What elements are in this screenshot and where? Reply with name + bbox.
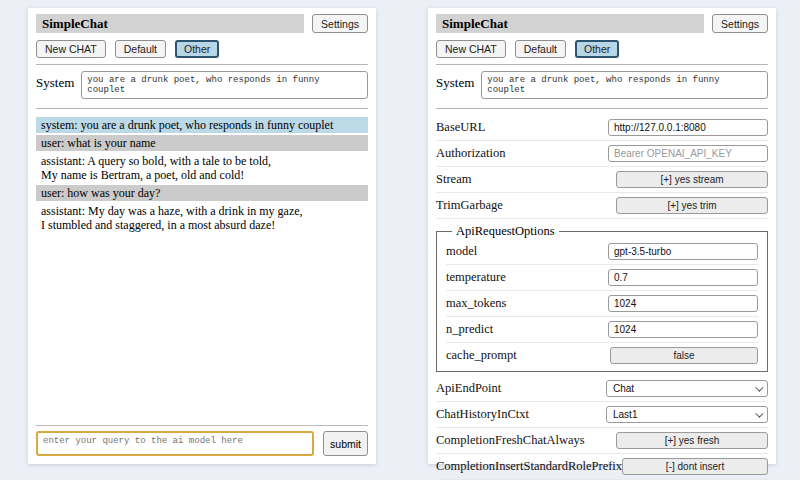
settings-row-completioninsertstandardroleprefix: CompletionInsertStandardRolePrefix[-] do… — [436, 454, 768, 480]
chevron-down-icon — [755, 383, 763, 391]
n-predict-label: n_predict — [446, 322, 493, 337]
session-button-default[interactable]: Default — [515, 40, 566, 58]
session-button-new-chat[interactable]: New CHAT — [36, 40, 106, 58]
query-input[interactable] — [36, 431, 314, 456]
chat-message-user: user: how was your day? — [36, 185, 368, 201]
trimgarbage-label: TrimGarbage — [436, 198, 503, 213]
chat-panel: SimpleChat Settings New CHATDefaultOther… — [28, 8, 376, 464]
apiendpoint-select[interactable]: Chat — [606, 380, 768, 397]
system-prompt-input[interactable]: you are a drunk poet, who responds in fu… — [81, 71, 368, 99]
stream-toggle-button[interactable]: [+] yes stream — [616, 171, 768, 188]
submit-button[interactable]: submit — [323, 431, 368, 456]
system-prompt-row: System you are a drunk poet, who respond… — [436, 71, 768, 99]
system-prompt-row: System you are a drunk poet, who respond… — [36, 71, 368, 99]
max-tokens-input[interactable] — [608, 295, 758, 312]
chevron-down-icon — [755, 409, 763, 417]
divider — [36, 108, 368, 109]
settings-button[interactable]: Settings — [712, 14, 768, 33]
settings-rows-top: BaseURLAuthorizationStream[+] yes stream… — [436, 115, 768, 219]
cache-prompt-label: cache_prompt — [446, 348, 517, 363]
completionfreshchatalways-label: CompletionFreshChatAlways — [436, 433, 585, 448]
max-tokens-label: max_tokens — [446, 296, 506, 311]
settings-row-cache-prompt: cache_promptfalse — [446, 343, 758, 368]
chat-message-assistant: assistant: My day was a haze, with a dri… — [36, 203, 368, 233]
model-label: model — [446, 244, 477, 259]
api-request-options-legend: ApiRequestOptions — [452, 224, 559, 239]
session-button-default[interactable]: Default — [115, 40, 166, 58]
system-label: System — [436, 71, 474, 91]
system-prompt-input[interactable]: you are a drunk poet, who responds in fu… — [481, 71, 768, 99]
query-row: submit — [36, 431, 368, 456]
authorization-label: Authorization — [436, 146, 505, 161]
session-buttons: New CHATDefaultOther — [36, 40, 368, 58]
settings-row-n-predict: n_predict — [446, 317, 758, 343]
chat-message-system: system: you are a drunk poet, who respon… — [36, 117, 368, 133]
settings-row-authorization: Authorization — [436, 141, 768, 167]
trimgarbage-toggle-button[interactable]: [+] yes trim — [616, 197, 768, 214]
settings-row-baseurl: BaseURL — [436, 115, 768, 141]
chat-message-user: user: what is your name — [36, 135, 368, 151]
baseurl-input[interactable] — [608, 119, 768, 136]
chat-titlebar: SimpleChat Settings — [36, 14, 368, 33]
settings-titlebar: SimpleChat Settings — [436, 14, 768, 33]
session-button-other[interactable]: Other — [575, 40, 619, 58]
settings-rows-fieldset: modeltemperaturemax_tokensn_predictcache… — [446, 239, 758, 368]
divider — [436, 108, 768, 109]
chat-message-assistant: assistant: A query so bold, with a tale … — [36, 153, 368, 183]
divider — [36, 64, 368, 65]
n-predict-input[interactable] — [608, 321, 758, 338]
settings-row-completionfreshchatalways: CompletionFreshChatAlways[+] yes fresh — [436, 428, 768, 454]
settings-button[interactable]: Settings — [312, 14, 368, 33]
cache-prompt-toggle-button[interactable]: false — [610, 347, 758, 364]
chathistoryinctxt-selected-value: Last1 — [613, 409, 637, 420]
apiendpoint-label: ApiEndPoint — [436, 381, 501, 396]
baseurl-label: BaseURL — [436, 120, 485, 135]
app-title: SimpleChat — [36, 14, 304, 33]
api-request-options-fieldset: ApiRequestOptions modeltemperaturemax_to… — [436, 224, 768, 372]
divider — [36, 425, 368, 426]
divider — [436, 64, 768, 65]
model-input[interactable] — [608, 243, 758, 260]
temperature-label: temperature — [446, 270, 506, 285]
system-label: System — [36, 71, 74, 91]
session-buttons: New CHATDefaultOther — [436, 40, 768, 58]
stream-label: Stream — [436, 172, 471, 187]
completioninsertstandardroleprefix-toggle-button[interactable]: [-] dont insert — [622, 458, 768, 475]
session-button-other[interactable]: Other — [175, 40, 219, 58]
apiendpoint-selected-value: Chat — [613, 383, 634, 394]
settings-list: BaseURLAuthorizationStream[+] yes stream… — [436, 115, 768, 480]
settings-panel: SimpleChat Settings New CHATDefaultOther… — [428, 8, 776, 464]
chathistoryinctxt-select[interactable]: Last1 — [606, 406, 768, 423]
settings-row-apiendpoint: ApiEndPointChat — [436, 376, 768, 402]
settings-row-max-tokens: max_tokens — [446, 291, 758, 317]
completioninsertstandardroleprefix-label: CompletionInsertStandardRolePrefix — [436, 459, 622, 474]
spacer — [36, 235, 368, 425]
chat-messages: system: you are a drunk poet, who respon… — [36, 117, 368, 235]
temperature-input[interactable] — [608, 269, 758, 286]
session-button-new-chat[interactable]: New CHAT — [436, 40, 506, 58]
settings-row-stream: Stream[+] yes stream — [436, 167, 768, 193]
settings-row-temperature: temperature — [446, 265, 758, 291]
settings-row-chathistoryinctxt: ChatHistoryInCtxtLast1 — [436, 402, 768, 428]
chathistoryinctxt-label: ChatHistoryInCtxt — [436, 407, 529, 422]
settings-rows-bottom: ApiEndPointChatChatHistoryInCtxtLast1Com… — [436, 376, 768, 480]
completionfreshchatalways-toggle-button[interactable]: [+] yes fresh — [616, 432, 768, 449]
app-title: SimpleChat — [436, 14, 704, 33]
settings-row-model: model — [446, 239, 758, 265]
page: SimpleChat Settings New CHATDefaultOther… — [0, 0, 800, 480]
authorization-input[interactable] — [608, 145, 768, 162]
settings-row-trimgarbage: TrimGarbage[+] yes trim — [436, 193, 768, 219]
